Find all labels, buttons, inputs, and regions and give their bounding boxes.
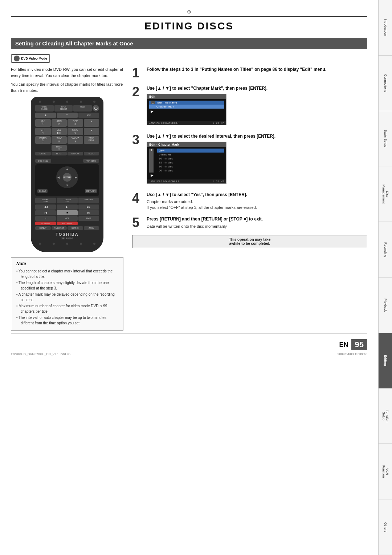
btn-repeat[interactable]: REPEAT — [35, 226, 51, 230]
btn-4[interactable]: GHI4 — [35, 128, 51, 135]
sidebar-tab-playback[interactable]: Playback — [379, 278, 392, 333]
screen-3-row-10: 10 minutes — [157, 157, 224, 161]
btn-power[interactable]: ⏻ — [93, 105, 99, 112]
btn-ch-up[interactable]: ∧ — [84, 119, 99, 127]
btn-dvd[interactable]: DVD — [78, 216, 99, 221]
btn-timer-prog[interactable]: TIMERPROG. — [84, 136, 99, 144]
sidebar-tab-others[interactable]: Others — [379, 499, 392, 555]
transport-row-2: |◀ ■ ▶| — [35, 210, 99, 215]
step-4-body-2: If you select "OFF" at step 3, all the c… — [147, 205, 367, 210]
step-3: 3 Use [▲ / ▼] to select the desired inte… — [132, 133, 367, 186]
btn-8[interactable]: TUV8 — [52, 136, 67, 144]
sidebar-tab-management[interactable]: Disc Management — [379, 166, 392, 222]
btn-dubbing[interactable]: DUBBING — [35, 222, 56, 225]
btn-instant-skip[interactable]: INSTANTSKIP — [35, 198, 56, 203]
btn-9[interactable]: WXYZ9 — [68, 136, 83, 144]
btn-play-frac[interactable]: 1.3x/0.8xPLAY — [57, 198, 77, 203]
top-rule — [11, 16, 367, 17]
btn-blank6 — [68, 157, 83, 158]
nav-up-arrow[interactable]: ▲ — [66, 167, 69, 171]
btn-hdmi[interactable]: HDMI — [73, 105, 92, 112]
btn-dtv-tv[interactable]: DTV/TV — [35, 152, 51, 155]
btn-setup[interactable]: SETUP — [52, 152, 67, 155]
btn-input-select[interactable]: INPUTSELECT — [54, 105, 73, 112]
btn-pause[interactable]: ⏸ — [35, 216, 56, 221]
btn-skip-fwd[interactable]: ▶| — [78, 210, 99, 215]
remote-top-dots — [35, 101, 99, 103]
nav-right-arrow[interactable]: ▶ — [75, 176, 77, 179]
note-item-2: • The length of chapters may slightly de… — [16, 280, 118, 291]
right-sidebar: Introduction Connections Basic Setup Dis… — [378, 0, 392, 555]
btn-rev[interactable]: ◀◀ — [35, 204, 56, 210]
remote-dot-b1 — [39, 243, 41, 245]
sidebar-tab-connections[interactable]: Connections — [379, 56, 392, 111]
screen-3-footer: JAN/ 1/09 1:00AM CH8 LP 1 : 25 : 47 — [147, 179, 226, 183]
sidebar-tab-recording[interactable]: Recording — [379, 222, 392, 278]
btn-fwd[interactable]: ▶▶ — [78, 204, 99, 210]
btn-vcr[interactable]: VCR — [57, 216, 77, 221]
btn-audio[interactable]: AUDIO — [84, 152, 99, 155]
toshiba-logo: TOSHIBA — [35, 232, 99, 236]
step-2: 2 Use [▲ / ▼] to select "Chapter Mark", … — [132, 85, 367, 127]
btn-5[interactable]: JKL▶5 — [52, 128, 67, 135]
step-1-content: Follow the steps 1 to 3 in "Putting Name… — [147, 66, 367, 74]
btn-3[interactable]: DEF3 — [68, 119, 83, 127]
btn-open-close[interactable]: OPEN/CLOSE — [35, 105, 54, 112]
btn-7[interactable]: PQRS7 — [35, 136, 51, 144]
btn-eject[interactable]: ▲ — [35, 113, 56, 118]
sidebar-tab-editing[interactable]: Editing — [379, 333, 392, 389]
btn-time-slip[interactable]: TIME SLIP — [78, 198, 99, 203]
dvd-logo-circle — [14, 56, 20, 61]
sidebar-tab-basic-setup[interactable]: Basic Setup — [379, 111, 392, 167]
btn-zoom[interactable]: ZOOM — [84, 226, 99, 230]
sidebar-tab-vcr-function[interactable]: VCR Function — [379, 444, 392, 499]
dvd-badge: DVD Video Mode — [11, 54, 50, 63]
step-4: 4 Use [▲ / ▼] to select "Yes", then pres… — [132, 192, 367, 211]
en-label: EN — [339, 341, 348, 349]
btn-search[interactable]: SEARCH — [68, 226, 83, 230]
remote-row-eject: ▲ ↔ I/O — [35, 113, 99, 118]
remote-row-num2: GHI4 JKL▶5 MNO6 ∨ — [35, 128, 99, 135]
sidebar-tab-introduction[interactable]: Introduction — [379, 0, 392, 56]
intro-text-1: For titles in video mode DVD-RW, you can… — [11, 66, 123, 78]
btn-stop[interactable]: ■ — [57, 210, 77, 215]
remote-container: OPEN/CLOSE INPUTSELECT HDMI ⏻ ▲ ↔ I/O .@… — [11, 97, 123, 252]
btn-return[interactable]: RETURN — [85, 189, 97, 193]
btn-timer-set[interactable]: TIMER/SET — [52, 226, 67, 230]
step-3-number: 3 — [132, 133, 142, 146]
btn-top-menu[interactable]: TOP MENU — [83, 159, 99, 163]
dvd-badge-text: DVD Video Mode — [21, 57, 47, 60]
btn-disc-menu[interactable]: DISC MENU — [35, 159, 51, 163]
btn-skip-back[interactable]: |◀ — [35, 210, 56, 215]
sidebar-tab-function-setup[interactable]: Function Setup — [379, 389, 392, 444]
btn-ch-down[interactable]: ∨ — [84, 128, 99, 135]
enter-button[interactable]: ENTER — [63, 173, 72, 182]
step-2-number: 2 — [132, 85, 142, 98]
remote-row-menu: DISC MENU TOP MENU — [35, 159, 99, 163]
remote-row-repeat: REPEAT TIMER/SET SEARCH ZOOM — [35, 226, 99, 230]
btn-1[interactable]: .@/11 — [35, 119, 51, 127]
btn-space[interactable]: SPACE0 — [52, 145, 67, 151]
nav-left-arrow[interactable]: ◀ — [57, 176, 60, 179]
btn-blank1 — [35, 145, 51, 151]
btn-clear[interactable]: CLEAR — [37, 189, 48, 193]
nav-down-arrow[interactable]: ▼ — [66, 184, 69, 187]
clear-return-row: CLEAR RETURN — [37, 189, 97, 193]
remote-row-num1: .@/11 ABC2 DEF3 ∧ — [35, 119, 99, 127]
note-item-4: • Maximum number of chapter for video mo… — [16, 303, 118, 314]
step-3-content: Use [▲ / ▼] to select the desired interv… — [147, 133, 367, 186]
btn-display[interactable]: DISPLAY — [68, 152, 83, 155]
btn-2[interactable]: ABC2 — [52, 119, 67, 127]
nav-section: ENTER ▲ ▼ ◀ ▶ CLEAR RETURN — [35, 164, 99, 196]
remote-dot-b5 — [93, 243, 95, 245]
btn-rec-mode[interactable]: REC MODE — [57, 222, 77, 225]
step-2-title: Use [▲ / ▼] to select "Chapter Mark", th… — [147, 85, 367, 92]
btn-eject2[interactable]: ↔ — [57, 113, 77, 118]
model-number: SE-R0294 — [35, 237, 99, 240]
btn-io[interactable]: I/O — [78, 113, 99, 118]
btn-play[interactable]: ▶ — [57, 204, 77, 210]
remote-dot-1 — [39, 101, 41, 103]
remote-row-1: OPEN/CLOSE INPUTSELECT HDMI ⏻ — [35, 105, 99, 112]
remote-dot-b3 — [66, 243, 68, 245]
btn-6[interactable]: MNO6 — [68, 128, 83, 135]
